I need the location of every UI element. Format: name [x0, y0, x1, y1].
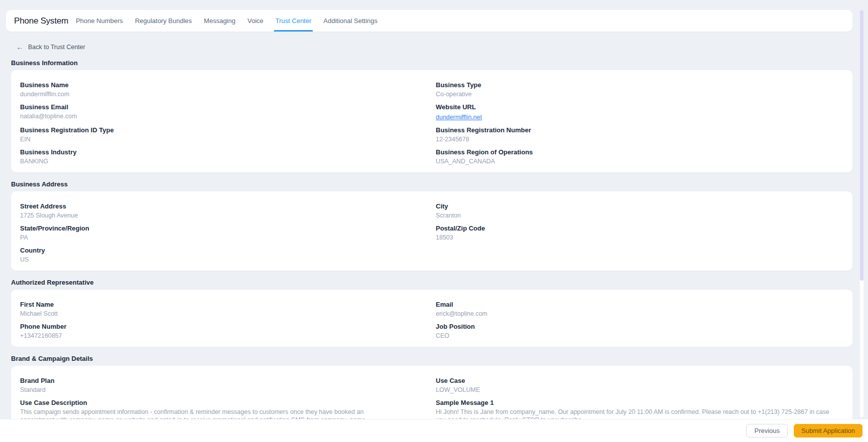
field-use-case-description: Use Case Description This campaign sends…: [20, 399, 436, 419]
tab-trust-center[interactable]: Trust Center: [275, 10, 311, 32]
field-value: LOW_VOLUME: [436, 386, 843, 394]
brand-campaign-details-card: Brand Plan Standard Use Case LOW_VOLUME …: [11, 366, 852, 419]
authorized-representative-card: First Name Michael Scott Email erick@top…: [11, 290, 852, 347]
field-value: US: [20, 256, 436, 264]
field-email: Email erick@topline.com: [436, 301, 843, 318]
field-label: Business Email: [20, 103, 436, 111]
field-value: PA: [20, 234, 436, 242]
field-label: Brand Plan: [20, 377, 436, 385]
field-value: 1725 Slough Avenue: [20, 211, 436, 219]
field-label: Phone Number: [20, 323, 436, 331]
field-label: First Name: [20, 301, 436, 309]
field-label: Business Registration Number: [436, 126, 843, 134]
field-job-position: Job Position CEO: [436, 323, 843, 340]
field-brand-plan: Brand Plan Standard: [20, 377, 436, 394]
business-information-card: Business Name dundermifflin.com Business…: [11, 70, 852, 172]
field-label: Use Case Description: [20, 399, 436, 407]
footer-action-bar: Previous Submit Application: [0, 419, 868, 442]
website-url-link[interactable]: dundermifflin.net: [436, 113, 482, 121]
field-state-province-region: State/Province/Region PA: [20, 225, 436, 242]
field-value: CEO: [436, 332, 843, 340]
section-title: Business Address: [11, 180, 852, 188]
field-use-case: Use Case LOW_VOLUME: [436, 377, 843, 394]
field-label: Job Position: [436, 323, 843, 331]
field-label: Country: [20, 247, 436, 255]
field-label: Website URL: [436, 103, 843, 111]
field-value: USA_AND_CANADA: [436, 157, 843, 165]
field-label: City: [436, 202, 843, 210]
field-label: Business Registration ID Type: [20, 126, 436, 134]
field-postal-zip-code: Postal/Zip Code 18503: [436, 225, 843, 242]
field-value: 18503: [436, 234, 843, 242]
field-value: 12-2345678: [436, 135, 843, 143]
field-value: EIN: [20, 135, 436, 143]
field-business-registration-number: Business Registration Number 12-2345678: [436, 126, 843, 143]
field-label: Email: [436, 301, 843, 309]
field-label: Postal/Zip Code: [436, 225, 843, 233]
vertical-scrollbar-track[interactable]: [860, 10, 863, 417]
section-title: Authorized Representative: [11, 279, 852, 287]
field-label: Sample Message 1: [436, 399, 843, 407]
field-value: This campaign sends appointment informat…: [20, 408, 397, 419]
tab-regulatory-bundles[interactable]: Regulatory Bundles: [135, 10, 192, 32]
field-value: Michael Scott: [20, 310, 436, 318]
field-value: erick@topline.com: [436, 310, 843, 318]
field-first-name: First Name Michael Scott: [20, 301, 436, 318]
tab-voice[interactable]: Voice: [247, 10, 263, 32]
field-value: +13472160857: [20, 332, 436, 340]
field-value: Co-operative: [436, 90, 843, 98]
field-label: Business Type: [436, 81, 843, 89]
field-business-industry: Business Industry BANKING: [20, 148, 436, 165]
field-value: Scranton: [436, 211, 843, 219]
business-address-card: Street Address 1725 Slough Avenue City S…: [11, 191, 852, 271]
arrow-left-icon: ←: [16, 43, 24, 51]
section-title: Business Information: [11, 59, 852, 67]
previous-button[interactable]: Previous: [746, 424, 788, 437]
field-label: Use Case: [436, 377, 843, 385]
back-to-trust-center-link[interactable]: ← Back to Trust Center: [16, 43, 85, 51]
field-business-region-of-operations: Business Region of Operations USA_AND_CA…: [436, 148, 843, 165]
field-phone-number: Phone Number +13472160857: [20, 323, 436, 340]
section-business-information: Business Information Business Name dunde…: [11, 59, 852, 172]
field-sample-message-1: Sample Message 1 Hi John! This is Jane f…: [436, 399, 843, 419]
field-label: Business Name: [20, 81, 436, 89]
field-business-name: Business Name dundermifflin.com: [20, 81, 436, 98]
field-business-email: Business Email natalia@topline.com: [20, 103, 436, 121]
field-value: Standard: [20, 386, 436, 394]
top-navigation-bar: Phone System Phone Numbers Regulatory Bu…: [6, 10, 852, 32]
field-business-registration-id-type: Business Registration ID Type EIN: [20, 126, 436, 143]
section-authorized-representative: Authorized Representative First Name Mic…: [11, 279, 852, 347]
content-viewport: Phone System Phone Numbers Regulatory Bu…: [0, 0, 868, 419]
field-business-type: Business Type Co-operative: [436, 81, 843, 98]
field-label: State/Province/Region: [20, 225, 436, 233]
field-website-url: Website URL dundermifflin.net: [436, 103, 843, 121]
section-business-address: Business Address Street Address 1725 Slo…: [11, 180, 852, 271]
tab-bar: Phone Numbers Regulatory Bundles Messagi…: [76, 10, 378, 32]
tab-messaging[interactable]: Messaging: [204, 10, 236, 32]
tab-phone-numbers[interactable]: Phone Numbers: [76, 10, 123, 32]
back-link-label: Back to Trust Center: [28, 44, 85, 51]
section-brand-campaign-details: Brand & Campaign Details Brand Plan Stan…: [11, 355, 852, 419]
field-value: BANKING: [20, 157, 436, 165]
tab-additional-settings[interactable]: Additional Settings: [323, 10, 378, 32]
field-value: Hi John! This is Jane from company_name.…: [436, 408, 837, 419]
field-value: natalia@topline.com: [20, 112, 436, 120]
field-street-address: Street Address 1725 Slough Avenue: [20, 202, 436, 219]
field-city: City Scranton: [436, 202, 843, 219]
field-label: Street Address: [20, 202, 436, 210]
vertical-scrollbar-thumb[interactable]: [860, 10, 863, 281]
field-label: Business Industry: [20, 148, 436, 156]
field-value: dundermifflin.com: [20, 90, 436, 98]
field-country: Country US: [20, 247, 436, 264]
submit-application-button[interactable]: Submit Application: [794, 424, 862, 437]
page-title: Phone System: [6, 16, 68, 26]
field-label: Business Region of Operations: [436, 148, 843, 156]
section-title: Brand & Campaign Details: [11, 355, 852, 363]
